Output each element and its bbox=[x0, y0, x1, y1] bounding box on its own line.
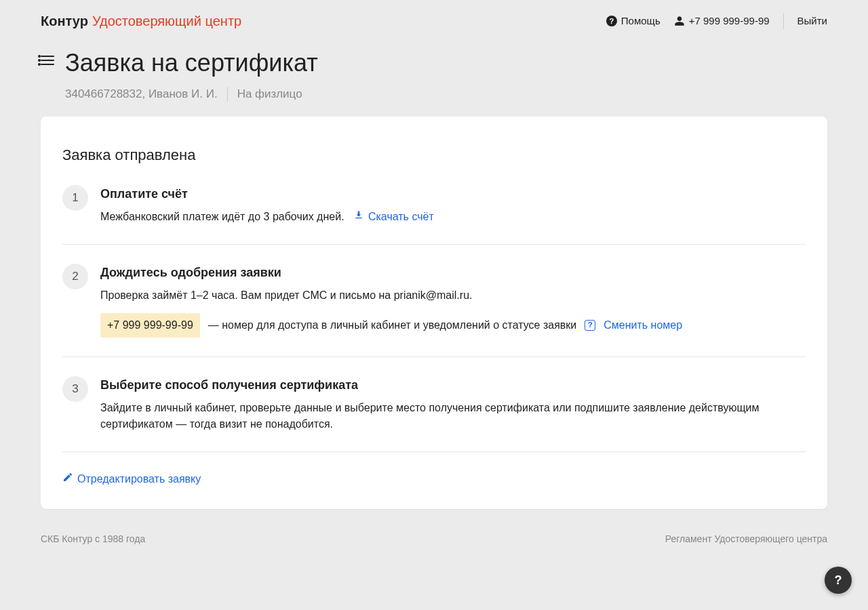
logout-link[interactable]: Выйти bbox=[797, 14, 827, 29]
step-1-text: Межбанковский платеж идёт до 3 рабочих д… bbox=[100, 211, 344, 222]
step-2-text-suffix: . bbox=[469, 289, 472, 301]
step-number: 2 bbox=[62, 264, 88, 289]
account-phone[interactable]: +7 999 999-99-99 bbox=[674, 14, 770, 29]
phone-row: +7 999 999-99-99 — номер для доступа в л… bbox=[100, 313, 806, 338]
download-invoice-label: Скачать счёт bbox=[368, 209, 434, 225]
subtitle-divider bbox=[227, 87, 228, 102]
highlighted-phone: +7 999 999-99-99 bbox=[100, 313, 200, 338]
edit-icon bbox=[62, 471, 73, 487]
step-2-text-prefix: Проверка займёт 1–2 часа. Вам придет СМС… bbox=[100, 289, 394, 301]
page-subtitle: 340466728832, Иванов И. И. На физлицо bbox=[65, 85, 318, 103]
footer-right-link[interactable]: Регламент Удостоверяющего центра bbox=[665, 532, 827, 546]
step-1: 1 Оплатите счёт Межбанковский платеж идё… bbox=[62, 185, 806, 245]
step-3-title: Выберите способ получения сертификата bbox=[100, 376, 806, 394]
step-1-title: Оплатите счёт bbox=[100, 185, 806, 203]
notify-email: prianik@mail.ru bbox=[394, 289, 469, 301]
info-icon[interactable]: ? bbox=[585, 320, 595, 331]
step-number: 3 bbox=[62, 376, 88, 402]
step-2-title: Дождитесь одобрения заявки bbox=[100, 264, 806, 282]
edit-request-link[interactable]: Отредактировать заявку bbox=[62, 471, 201, 487]
edit-row: Отредактировать заявку bbox=[62, 471, 806, 487]
edit-request-label: Отредактировать заявку bbox=[77, 471, 201, 487]
change-phone-link[interactable]: Сменить номер bbox=[604, 317, 682, 333]
step-2: 2 Дождитесь одобрения заявки Проверка за… bbox=[62, 264, 806, 357]
download-invoice-link[interactable]: Скачать счёт bbox=[353, 209, 434, 225]
help-icon: ? bbox=[606, 16, 617, 26]
phone-note: — номер для доступа в личный кабинет и у… bbox=[208, 317, 576, 333]
step-number: 1 bbox=[62, 185, 88, 211]
status-card: Заявка отправлена 1 Оплатите счёт Межбан… bbox=[41, 117, 827, 509]
step-2-desc: Проверка займёт 1–2 часа. Вам придет СМС… bbox=[100, 287, 806, 304]
logo-main: Контур bbox=[41, 11, 88, 31]
footer: СКБ Контур с 1988 года Регламент Удостов… bbox=[0, 525, 868, 563]
card-title: Заявка отправлена bbox=[62, 144, 806, 166]
request-type: На физлицо bbox=[237, 85, 302, 103]
help-link[interactable]: ? Помощь bbox=[606, 14, 660, 29]
page-head: Заявка на сертификат 340466728832, Ивано… bbox=[0, 31, 868, 117]
logout-label: Выйти bbox=[797, 14, 827, 29]
account-phone-label: +7 999 999-99-99 bbox=[689, 14, 770, 29]
header-actions: ? Помощь +7 999 999-99-99 Выйти bbox=[606, 13, 827, 29]
page-title: Заявка на сертификат bbox=[65, 45, 318, 81]
logo-sub: Удостоверяющий центр bbox=[92, 11, 241, 31]
step-3-desc: Зайдите в личный кабинет, проверьте данн… bbox=[100, 400, 806, 432]
user-icon bbox=[674, 16, 685, 26]
step-3: 3 Выберите способ получения сертификата … bbox=[62, 376, 806, 452]
menu-icon[interactable] bbox=[41, 56, 54, 65]
footer-left: СКБ Контур с 1988 года bbox=[41, 532, 145, 546]
header-divider bbox=[783, 13, 784, 29]
request-id-name: 340466728832, Иванов И. И. bbox=[65, 85, 218, 103]
logo[interactable]: Контур Удостоверяющий центр bbox=[41, 11, 241, 31]
header: Контур Удостоверяющий центр ? Помощь +7 … bbox=[0, 0, 868, 31]
step-1-desc: Межбанковский платеж идёт до 3 рабочих д… bbox=[100, 209, 806, 225]
help-label: Помощь bbox=[621, 14, 660, 29]
download-icon bbox=[353, 209, 364, 225]
